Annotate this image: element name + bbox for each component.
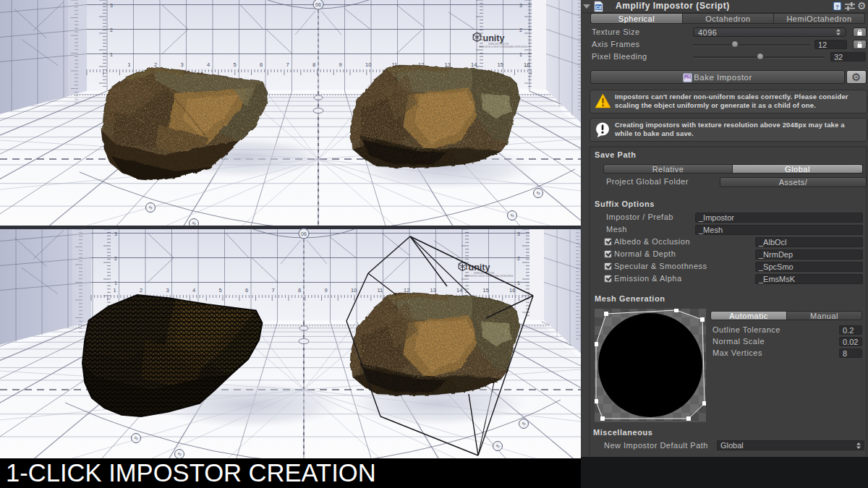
svg-text:7: 7 [272,287,275,294]
svg-text:6: 6 [245,287,248,294]
svg-text:16: 16 [524,61,529,68]
svg-text:5: 5 [234,61,237,68]
svg-text:unity: unity [469,262,490,273]
svg-text:?: ? [835,4,839,10]
svg-text:1: 1 [114,281,117,286]
svg-text:3: 3 [519,3,522,8]
svg-text:3: 3 [166,287,169,294]
svg-text:3: 3 [110,3,113,8]
svg-text:1: 1 [517,281,520,286]
svg-text:13: 13 [430,287,436,294]
svg-text:14: 14 [471,61,477,68]
svg-text:9: 9 [325,287,328,294]
svg-text:8: 8 [312,61,315,68]
svg-text:7: 7 [286,61,289,68]
svg-text:3: 3 [181,61,184,68]
svg-text:11: 11 [378,287,383,294]
svg-text:8: 8 [298,287,301,294]
svg-text:2: 2 [519,27,522,33]
svg-text:9: 9 [339,61,342,68]
svg-text:4: 4 [192,287,195,294]
svg-text:10: 10 [365,61,371,68]
svg-text:16: 16 [509,287,515,294]
svg-text:06: 06 [301,231,307,236]
svg-text:06: 06 [315,2,321,7]
svg-text:14: 14 [456,287,462,294]
svg-text:MADE WITH LOVE BY SO/DESIGNED: MADE WITH LOVE BY SO/DESIGNED WORLDWIDE [479,46,528,48]
svg-text:C#: C# [595,5,602,10]
svg-text:2: 2 [140,287,142,294]
svg-text:2: 2 [517,256,520,261]
svg-text:1: 1 [519,52,522,57]
svg-text:5: 5 [219,287,222,294]
svg-text:2: 2 [114,256,117,261]
svg-text:3: 3 [517,231,520,236]
svg-text:4: 4 [207,61,210,68]
svg-text:1: 1 [128,61,131,68]
svg-text:2: 2 [110,27,113,33]
svg-text:unity: unity [483,33,505,43]
svg-text:3: 3 [114,231,117,236]
svg-text:1: 1 [110,52,113,57]
svg-text:15: 15 [498,61,503,68]
svg-text:6: 6 [260,61,263,68]
svg-text:10: 10 [351,287,357,294]
svg-text:1: 1 [114,287,116,294]
svg-text:15: 15 [483,287,489,294]
